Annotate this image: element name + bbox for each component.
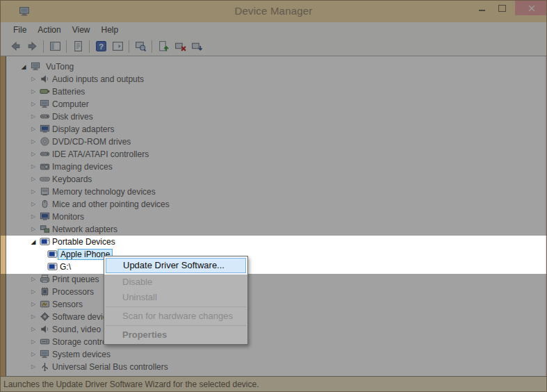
minimize-button[interactable] (472, 1, 492, 15)
expander-icon[interactable]: ▷ (29, 100, 38, 108)
context-menu-item-disable[interactable]: Disable (104, 275, 247, 290)
tree-item-disk-drives[interactable]: ▷ Disk drives (6, 111, 545, 123)
tree-item-network-adapters[interactable]: ▷ Network adapters (6, 223, 545, 236)
expander-icon[interactable]: ▷ (29, 288, 38, 296)
expander-icon[interactable]: ▷ (29, 338, 38, 346)
tree-item-monitors[interactable]: ▷ Monitors (6, 211, 545, 223)
tree-item-label: Portable Devices (50, 237, 117, 247)
forward-button[interactable] (24, 39, 40, 54)
tree-item-label: IDE ATA/ATAPI controllers (50, 149, 151, 159)
tree-item-label: Memory technology devices (50, 187, 158, 197)
tree-item-processors[interactable]: ▷ Processors (6, 286, 545, 298)
uninstall-button[interactable] (172, 39, 188, 54)
menubar: File Action View Help (1, 22, 546, 37)
device-manager-window: Device Manager File Action View Help ◢ V… (0, 0, 547, 392)
expander-icon[interactable]: ▷ (29, 88, 38, 96)
tree-item-computer[interactable]: ▷ Computer (6, 98, 545, 111)
back-button[interactable] (8, 39, 23, 54)
show-hide-action-pane-button[interactable] (110, 39, 125, 54)
context-menu: Update Driver Software...DisableUninstal… (104, 256, 248, 345)
tree-item-keyboards[interactable]: ▷ Keyboards (6, 173, 545, 186)
tree-item-software-devices[interactable]: ▷ Software devices (6, 311, 545, 323)
context-menu-item-uninstall[interactable]: Uninstall (104, 290, 247, 305)
memory-icon (40, 186, 50, 197)
expander-icon[interactable]: ▷ (29, 213, 38, 221)
tree-item-apple-iphone[interactable]: Apple iPhone (6, 248, 545, 261)
tree-item-storage-controllers[interactable]: ▷ Storage controllers (6, 336, 545, 348)
update-driver-software-button[interactable] (156, 39, 171, 54)
menu-view[interactable]: View (67, 23, 96, 37)
properties-button[interactable] (70, 39, 85, 54)
expander-icon[interactable]: ▷ (29, 113, 38, 121)
tree-item-label: Disk drives (50, 112, 95, 122)
toolbar-separator (152, 40, 152, 53)
add-legacy-hardware-button[interactable] (189, 39, 204, 54)
tree-item-imaging-devices[interactable]: ▷ Imaging devices (6, 161, 545, 173)
titlebar[interactable]: Device Manager (1, 1, 546, 22)
expander-icon[interactable]: ▷ (29, 125, 38, 133)
tree-item-universal-serial-bus-controllers[interactable]: ▷ Universal Serial Bus controllers (6, 361, 545, 373)
tree-item-sound-video-and-game-controllers[interactable]: ▷ Sound, video and game controllers (6, 323, 545, 336)
tree-item-memory-technology-devices[interactable]: ▷ Memory technology devices (6, 186, 545, 198)
monitor-icon (40, 124, 50, 134)
tree-item-sensors[interactable]: ▷ Sensors (6, 298, 545, 311)
tree-item-mice-and-other-pointing-devices[interactable]: ▷ Mice and other pointing devices (6, 198, 545, 211)
context-menu-item-scan-for-hardware-changes[interactable]: Scan for hardware changes (104, 309, 247, 324)
expander-icon[interactable]: ▷ (29, 163, 38, 171)
menu-separator (106, 307, 246, 307)
show-hide-action-pane-icon (112, 40, 124, 52)
speaker-icon (40, 74, 50, 84)
context-menu-highlight-area: Update Driver Software... (104, 256, 247, 275)
expander-icon[interactable]: ▷ (29, 225, 38, 234)
expander-icon[interactable]: ▷ (29, 275, 38, 284)
tree-item-g[interactable]: G:\ (6, 261, 545, 273)
expander-icon[interactable]: ▷ (29, 175, 38, 183)
menu-file[interactable]: File (8, 23, 32, 37)
tree-item-print-queues[interactable]: ▷ Print queues (6, 273, 545, 286)
tree-item-label: Computer (50, 99, 91, 109)
menu-help[interactable]: Help (96, 23, 124, 37)
tree-item-label: Imaging devices (50, 162, 115, 172)
expander-icon[interactable]: ◢ (19, 63, 28, 71)
expander-icon[interactable]: ▷ (29, 325, 38, 334)
expander-icon[interactable]: ▷ (29, 313, 38, 321)
context-menu-item-update-driver-software[interactable]: Update Driver Software... (106, 258, 246, 273)
maximize-button[interactable] (492, 1, 512, 15)
disc-icon (40, 136, 50, 147)
tree-item-label: Universal Serial Bus controllers (50, 362, 170, 372)
help-button[interactable] (93, 39, 108, 54)
tree-item-display-adapters[interactable]: ▷ Display adapters (6, 123, 545, 136)
show-hide-console-tree-button[interactable] (47, 39, 63, 54)
menu-action[interactable]: Action (32, 23, 66, 37)
tree-item-label: Mice and other pointing devices (50, 199, 172, 209)
tree-item-dvd-cd-rom-drives[interactable]: ▷ DVD/CD-ROM drives (6, 136, 545, 148)
sensor-icon (40, 299, 50, 309)
close-button[interactable] (515, 1, 547, 15)
expander-icon[interactable]: ▷ (29, 350, 38, 359)
tree-item-ide-ata-atapi-controllers[interactable]: ▷ IDE ATA/ATAPI controllers (6, 148, 545, 161)
tree-item-vutong[interactable]: ◢ VuTong (6, 60, 545, 73)
computer-icon (40, 99, 50, 109)
portable-icon (47, 261, 58, 272)
maximize-icon (498, 5, 506, 12)
expander-icon[interactable]: ▷ (29, 138, 38, 146)
tree-item-system-devices[interactable]: ▷ System devices (6, 348, 545, 361)
scan-for-hardware-changes-button[interactable] (133, 39, 148, 54)
expander-icon[interactable]: ◢ (29, 238, 38, 246)
expander-icon[interactable]: ▷ (29, 150, 38, 158)
tree-item-label: Sensors (50, 300, 85, 309)
tree-item-batteries[interactable]: ▷ Batteries (6, 85, 545, 98)
tree-item-label: System devices (50, 350, 113, 359)
tree-item-portable-devices[interactable]: ◢ Portable Devices (6, 236, 545, 248)
tree-item-audio-inputs-and-outputs[interactable]: ▷ Audio inputs and outputs (6, 73, 545, 85)
forward-icon (26, 40, 38, 52)
expander-icon[interactable]: ▷ (29, 200, 38, 209)
context-menu-item-properties[interactable]: Properties (104, 327, 247, 343)
tree-item-label: Keyboards (50, 174, 94, 184)
close-icon (528, 5, 535, 12)
expander-icon[interactable]: ▷ (29, 363, 38, 371)
expander-icon[interactable]: ▷ (29, 300, 38, 309)
expander-icon[interactable]: ▷ (29, 75, 38, 83)
computer-icon (31, 61, 41, 72)
expander-icon[interactable]: ▷ (29, 188, 38, 196)
